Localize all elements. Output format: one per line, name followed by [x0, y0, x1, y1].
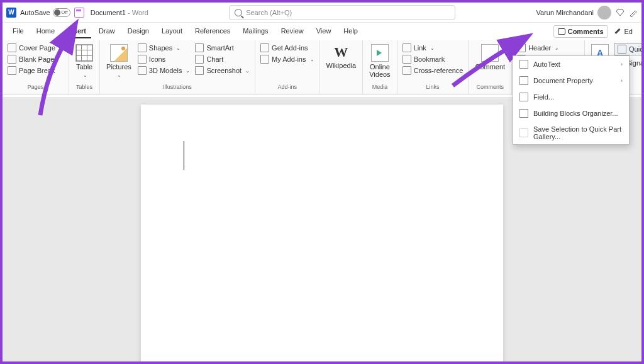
building-blocks-organizer-item[interactable]: Building Blocks Organizer...	[513, 105, 629, 122]
group-label: Links	[426, 84, 440, 91]
get-addins-button[interactable]: Get Add-ins	[259, 43, 315, 53]
group-links: Link⌄ Bookmark Cross-reference Links	[397, 40, 469, 94]
page-icon	[8, 55, 16, 64]
table-icon	[75, 44, 93, 62]
wikipedia-icon: W	[334, 44, 348, 60]
tab-references[interactable]: References	[190, 25, 235, 38]
wikipedia-button[interactable]: W Wikipedia	[324, 43, 359, 71]
page-break-button[interactable]: Page Break	[6, 65, 65, 76]
group-illustrations: Pictures⌄ Shapes⌄ Icons 3D Models⌄ Smart…	[100, 40, 255, 94]
video-icon	[371, 44, 389, 62]
bbo-icon	[519, 109, 528, 118]
screenshot-icon	[195, 66, 204, 75]
user-account[interactable]: Varun Mirchandani	[536, 6, 611, 20]
avatar-icon	[597, 6, 611, 20]
save-icon[interactable]	[74, 8, 84, 18]
cross-reference-button[interactable]: Cross-reference	[401, 65, 465, 76]
tab-help[interactable]: Help	[338, 25, 363, 38]
picture-icon	[110, 44, 128, 62]
editing-button[interactable]: Ed	[611, 25, 636, 38]
group-addins: Get Add-ins My Add-ins⌄ Add-ins	[255, 40, 319, 94]
toggle-switch[interactable]: Off	[53, 8, 70, 17]
blank-page-button[interactable]: Blank Page	[6, 54, 65, 64]
tab-layout[interactable]: Layout	[157, 25, 187, 38]
group-label: Add-ins	[278, 84, 297, 91]
save-gallery-icon	[519, 128, 528, 137]
shapes-button[interactable]: Shapes⌄	[136, 43, 192, 53]
group-label: Tables	[76, 84, 92, 91]
username-label: Varun Mirchandani	[536, 9, 594, 16]
icons-button[interactable]: Icons	[136, 54, 192, 64]
group-label: Media	[372, 84, 388, 91]
3d-models-button[interactable]: 3D Models⌄	[136, 65, 192, 76]
online-videos-button[interactable]: Online Videos	[367, 43, 392, 79]
models-icon	[138, 66, 147, 75]
store-icon	[260, 43, 269, 52]
field-item[interactable]: Field...	[513, 89, 629, 105]
my-addins-button[interactable]: My Add-ins⌄	[259, 54, 315, 64]
ribbon-tabs: File Home Insert Draw Design Layout Refe…	[3, 23, 641, 40]
tab-insert[interactable]: Insert	[62, 25, 91, 38]
document-property-item[interactable]: Document Property›	[513, 72, 629, 89]
search-placeholder: Search (Alt+Q)	[246, 9, 292, 16]
save-selection-item: Save Selection to Quick Part Gallery...	[513, 122, 629, 144]
text-cursor	[184, 141, 184, 170]
autotext-icon	[519, 60, 528, 69]
autosave-toggle[interactable]: AutoSave Off	[20, 8, 70, 17]
pencil-icon	[614, 28, 622, 35]
document-page[interactable]	[141, 105, 503, 361]
group-label: Comments	[477, 84, 504, 91]
toggle-state: Off	[61, 9, 68, 15]
bookmark-icon	[402, 55, 411, 64]
group-pages: Cover Page⌄ Blank Page Page Break Pages	[3, 40, 69, 94]
chart-button[interactable]: Chart	[194, 54, 251, 64]
smartart-button[interactable]: SmartArt	[194, 43, 251, 53]
tab-view[interactable]: View	[311, 25, 336, 38]
pictures-button[interactable]: Pictures⌄	[104, 43, 134, 81]
tab-home[interactable]: Home	[31, 25, 60, 38]
toggle-knob	[54, 9, 60, 16]
screenshot-button[interactable]: Screenshot⌄	[194, 65, 251, 76]
table-button[interactable]: Table⌄	[73, 43, 96, 81]
comment-icon	[558, 28, 565, 35]
icons-icon	[138, 55, 147, 64]
title-bar: W AutoSave Off Document1 - Word Search (…	[3, 3, 641, 23]
word-app-icon: W	[6, 8, 16, 18]
tab-review[interactable]: Review	[276, 25, 309, 38]
diamond-icon[interactable]	[615, 8, 625, 18]
field-icon	[519, 93, 528, 101]
search-icon	[235, 9, 242, 16]
autosave-label: AutoSave	[20, 9, 50, 16]
smartart-icon	[195, 43, 204, 52]
header-button[interactable]: Header⌄	[516, 43, 580, 53]
comment-button[interactable]: Comment	[472, 43, 508, 72]
tab-draw[interactable]: Draw	[94, 25, 120, 38]
cover-page-button[interactable]: Cover Page⌄	[6, 43, 65, 53]
tab-file[interactable]: File	[8, 25, 29, 38]
search-input[interactable]: Search (Alt+Q)	[229, 5, 455, 20]
document-title[interactable]: Document1 - Word	[91, 9, 148, 16]
quick-parts-dropdown: AutoText› Document Property› Field... Bu…	[513, 55, 630, 145]
shapes-icon	[138, 43, 147, 52]
chart-icon	[195, 55, 204, 64]
link-icon	[402, 43, 411, 52]
tab-mailings[interactable]: Mailings	[238, 25, 273, 38]
group-label: Pages	[28, 84, 44, 91]
group-media: Online Videos Media	[363, 40, 397, 94]
tab-design[interactable]: Design	[123, 25, 154, 38]
quick-parts-button[interactable]: Quick Parts⌄	[614, 43, 644, 55]
break-icon	[8, 66, 16, 75]
comments-button[interactable]: Comments	[553, 25, 608, 38]
group-comments: Comment Comments	[469, 40, 512, 94]
header-icon	[517, 43, 526, 52]
comment-icon	[481, 44, 499, 62]
pen-icon[interactable]	[629, 8, 638, 17]
autotext-item[interactable]: AutoText›	[513, 56, 629, 72]
link-button[interactable]: Link⌄	[401, 43, 465, 53]
addins-icon	[260, 55, 269, 64]
page-icon	[8, 43, 16, 52]
group-tables: Table⌄ Tables	[69, 40, 100, 94]
group-wikipedia: W Wikipedia	[320, 40, 364, 94]
docprop-icon	[519, 76, 528, 85]
bookmark-button[interactable]: Bookmark	[401, 54, 465, 64]
